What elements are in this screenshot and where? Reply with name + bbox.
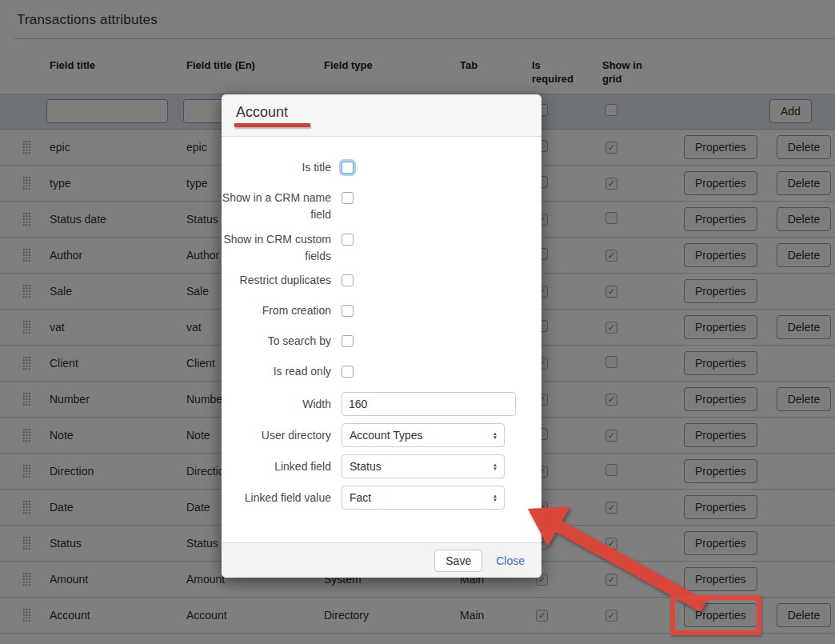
form-row: Show in CRM custom fields <box>222 234 541 265</box>
field-label: Show in CRM custom fields <box>222 231 342 265</box>
account-properties-dialog: Account Is title Show in a CRM name fiel… <box>222 94 541 578</box>
form-row: To search by <box>222 335 541 350</box>
field-select[interactable]: Status ▲▼ <box>342 454 505 478</box>
form-row: Width <box>222 392 541 416</box>
field-checkbox[interactable] <box>342 162 354 174</box>
field-label: Width <box>222 396 342 413</box>
select-value: Fact <box>350 491 371 504</box>
field-checkbox[interactable] <box>342 335 354 347</box>
field-select[interactable]: Account Types ▲▼ <box>342 423 505 447</box>
field-select[interactable]: Fact ▲▼ <box>342 486 505 510</box>
form-row: Linked field value Fact ▲▼ <box>222 486 541 510</box>
field-label: Show in a CRM name field <box>222 190 342 223</box>
field-checkbox[interactable] <box>342 192 354 204</box>
dialog-footer: Save Close <box>222 542 541 578</box>
save-button[interactable]: Save <box>434 550 482 572</box>
field-label: User directory <box>222 427 342 444</box>
form-row: Restrict duplicates <box>222 274 541 289</box>
field-label: From creation <box>222 302 342 319</box>
dialog-body: Is title Show in a CRM name field Show i… <box>222 137 541 542</box>
transactions-attributes-page: Transactions attributes Field title Fiel… <box>0 0 835 644</box>
close-button[interactable]: Close <box>496 554 525 567</box>
form-row: Is title <box>222 162 541 176</box>
form-row: User directory Account Types ▲▼ <box>222 423 541 447</box>
field-label: Linked field <box>222 458 342 475</box>
field-checkbox[interactable] <box>342 234 354 246</box>
dialog-header: Account <box>222 94 541 137</box>
form-row: From creation <box>222 305 541 319</box>
dialog-title: Account <box>234 104 525 121</box>
field-label: Restrict duplicates <box>222 272 342 289</box>
select-arrows-icon: ▲▼ <box>493 494 497 502</box>
select-arrows-icon: ▲▼ <box>493 463 497 470</box>
field-checkbox[interactable] <box>342 366 354 378</box>
field-label: To search by <box>222 333 342 350</box>
title-underline-accent <box>234 123 310 127</box>
select-value: Status <box>350 460 382 473</box>
field-label: Is read only <box>222 363 342 380</box>
field-text-input[interactable] <box>342 392 516 416</box>
field-checkbox[interactable] <box>342 274 354 286</box>
field-label: Linked field value <box>222 490 342 506</box>
form-row: Linked field Status ▲▼ <box>222 454 541 478</box>
select-value: Account Types <box>350 429 423 442</box>
field-label: Is title <box>222 159 342 176</box>
form-row: Is read only <box>222 366 541 380</box>
select-arrows-icon: ▲▼ <box>493 432 497 439</box>
field-checkbox[interactable] <box>342 305 354 317</box>
form-row: Show in a CRM name field <box>222 192 541 223</box>
